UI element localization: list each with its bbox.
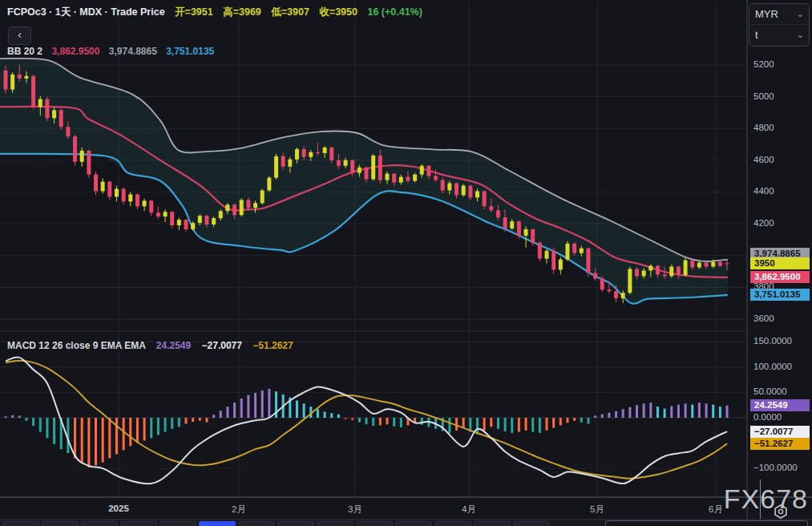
gear-icon[interactable] [772, 503, 790, 520]
ohlc-open: 开=3951 [175, 6, 213, 18]
taskbar-item[interactable] [356, 521, 393, 526]
unit-value: t [755, 29, 758, 41]
macd-signal-value: −51.2627 [252, 340, 293, 351]
taskbar-tray[interactable] [605, 520, 808, 526]
bb-indicator-name: BB 20 2 [7, 46, 42, 57]
axis-tick-label: 100.0000 [753, 362, 792, 371]
bb-upper-value: 3,974.8865 [109, 46, 157, 57]
macd-hist-value: 24.2549 [156, 340, 191, 351]
taskbar-item[interactable] [120, 521, 157, 526]
symbol-header[interactable]: FCPOc3 · 1天 · MDX · Trade Price 开=3951 高… [7, 6, 422, 19]
axis-tick-label: 3600 [753, 314, 774, 323]
ohlc-close: 收=3950 [319, 6, 358, 18]
price-change: 16 (+0.41%) [367, 6, 422, 18]
taskbar-item[interactable] [474, 521, 511, 526]
chart-canvas[interactable] [0, 0, 812, 526]
axis-tick-label: 0.0000 [753, 412, 782, 422]
bb-middle-value: 3,862.9500 [51, 46, 99, 57]
axis-tick-label: 4800 [753, 123, 774, 132]
taskbar-item-active[interactable] [199, 521, 236, 526]
time-axis-label: 2025 [95, 504, 143, 513]
price-badge: 3950 [750, 257, 810, 269]
ohlc-low: 低=3907 [271, 6, 309, 18]
taskbar-item[interactable] [434, 521, 471, 526]
ohlc-high: 高=3969 [223, 6, 261, 18]
macd-line-value: −27.0077 [202, 340, 242, 351]
time-axis-label: 4月 [445, 504, 493, 516]
taskbar-item[interactable] [238, 521, 275, 526]
currency-dropdown[interactable]: MYR ⌄ [749, 4, 809, 24]
chevron-down-icon: ⌄ [797, 25, 804, 45]
axis-tick-label: 150.0000 [753, 336, 792, 346]
taskbar-item[interactable] [395, 521, 432, 526]
axis-tick-label: 4400 [753, 186, 774, 196]
time-axis-label: 5月 [573, 504, 621, 516]
taskbar-item[interactable] [317, 521, 353, 526]
axis-tick-label: 4600 [753, 155, 774, 164]
fx678-watermark: FX678 [724, 484, 808, 515]
trading-chart-window: FCPOc3 · 1天 · MDX · Trade Price 开=3951 高… [0, 0, 812, 526]
chevron-down-icon: ⌄ [797, 4, 804, 24]
axis-tick-label: 5000 [753, 91, 774, 101]
price-badge: 3,862.9500 [750, 271, 810, 283]
taskbar-item[interactable] [81, 521, 118, 526]
symbol-title: FCPOc3 · 1天 · MDX · Trade Price [7, 6, 165, 18]
unit-dropdown[interactable]: t ⌄ [749, 24, 809, 45]
price-badge: −27.0077 [750, 426, 810, 438]
macd-indicator-legend[interactable]: MACD 12 26 close 9 EMA EMA 24.2549 −27.0… [7, 340, 293, 351]
currency-unit-panel: MYR ⌄ t ⌄ [749, 3, 810, 47]
axis-tick-label: 4200 [753, 218, 774, 228]
bb-lower-value: 3,751.0135 [166, 46, 214, 57]
taskbar-item[interactable] [160, 521, 196, 526]
taskbar-item[interactable] [277, 521, 314, 526]
taskbar-item[interactable] [2, 521, 39, 526]
time-axis-label: 2月 [215, 504, 263, 516]
back-button[interactable]: ‹ [8, 26, 31, 45]
currency-value: MYR [755, 8, 778, 20]
taskbar-item[interactable] [42, 521, 79, 526]
price-badge: 24.2549 [750, 399, 810, 411]
bb-indicator-legend[interactable]: BB 20 2 3,862.9500 3,974.8865 3,751.0135 [7, 46, 214, 57]
macd-indicator-name: MACD 12 26 close 9 EMA EMA [7, 340, 146, 351]
chevron-left-icon: ‹ [18, 28, 22, 41]
taskbar[interactable] [0, 520, 812, 526]
axis-tick-label: 50.0000 [753, 386, 787, 396]
taskbar-item[interactable] [513, 521, 550, 526]
price-badge: −51.2627 [750, 438, 810, 450]
axis-tick-label: 5200 [753, 59, 774, 69]
axis-tick-label: −100.0000 [753, 463, 798, 472]
price-badge: 3,751.0135 [750, 289, 810, 301]
time-axis-label: 3月 [331, 504, 379, 516]
